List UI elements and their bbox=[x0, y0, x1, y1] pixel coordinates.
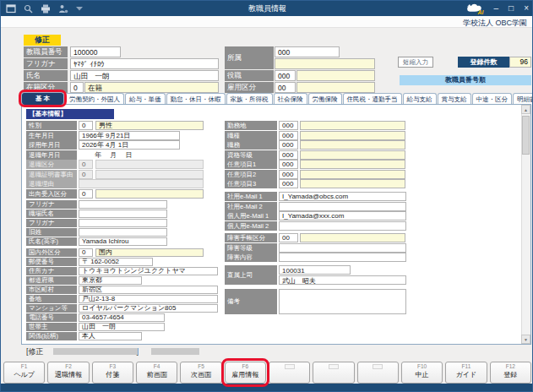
field-input[interactable]: 0 bbox=[79, 189, 93, 199]
sort-order-bar[interactable]: 教職員番号順 bbox=[400, 75, 531, 85]
scrollbar-up-button[interactable]: ▲ bbox=[521, 105, 530, 114]
field-input[interactable]: 〒 162-0052 bbox=[79, 258, 153, 266]
field-input[interactable]: 1966年 9月21日 bbox=[79, 131, 180, 140]
field-input[interactable] bbox=[300, 131, 405, 140]
tab-5[interactable]: 社会保険 bbox=[274, 93, 307, 105]
field-label: 退職理由 bbox=[26, 179, 77, 188]
field-input[interactable] bbox=[300, 179, 405, 188]
tab-bar: 基 本労働契約・外国人給与・単価勤怠・休日・休暇家族・所得税社会保険労働保険住民… bbox=[21, 91, 531, 105]
field-input[interactable]: 000 bbox=[279, 121, 298, 130]
field-input[interactable] bbox=[300, 170, 405, 179]
field-label: 社用e-Mail 2 bbox=[225, 202, 277, 211]
field-input[interactable]: 0 bbox=[79, 121, 93, 130]
field-input[interactable]: 山田 一朗 bbox=[79, 323, 165, 331]
function-key-F6[interactable]: F6雇用情報 bbox=[225, 362, 266, 384]
field-label: 関係(続柄) bbox=[26, 332, 77, 340]
field-input[interactable] bbox=[300, 233, 405, 242]
field-input[interactable] bbox=[279, 202, 406, 211]
redacted-text-block bbox=[53, 348, 138, 355]
mode-badge: 修正 bbox=[24, 35, 61, 46]
department-code-input[interactable]: 000 bbox=[275, 46, 340, 57]
supervisor-name-input[interactable]: 武山 昭夫 bbox=[279, 275, 406, 285]
field-input[interactable]: 戸山2-13-8 bbox=[79, 295, 218, 303]
field-input[interactable]: 000 bbox=[279, 160, 298, 169]
function-key-code: F10 bbox=[417, 363, 427, 370]
field-input[interactable] bbox=[79, 200, 167, 209]
shortcut-input-button[interactable]: 短縮入力 bbox=[398, 57, 433, 68]
field-input[interactable]: 000 bbox=[279, 150, 298, 160]
tab-4[interactable]: 家族・所得税 bbox=[226, 93, 273, 105]
field-input[interactable]: 東京都 bbox=[79, 276, 142, 285]
function-key-F1[interactable]: F1ヘルプ bbox=[3, 362, 45, 384]
function-key-F10[interactable]: F10中止 bbox=[401, 362, 443, 384]
scrollbar-thumb[interactable] bbox=[522, 116, 530, 155]
field-input[interactable]: 000 bbox=[279, 170, 298, 179]
department-name-input[interactable] bbox=[275, 58, 375, 69]
field-input[interactable]: Yamada Ichirou bbox=[79, 237, 167, 246]
tab-10[interactable]: 中途・区分 bbox=[472, 93, 513, 105]
position-name-input[interactable] bbox=[296, 70, 375, 81]
field-input[interactable] bbox=[300, 121, 405, 130]
tab-11[interactable]: 明細書 bbox=[513, 93, 533, 105]
field-input[interactable] bbox=[300, 160, 405, 169]
function-key-F12[interactable]: F12登録 bbox=[490, 362, 531, 384]
position-code-input[interactable]: 000 bbox=[275, 70, 296, 81]
tab-7[interactable]: 住民税・通勤手当 bbox=[343, 93, 402, 105]
function-key-F4[interactable]: F4前画面 bbox=[136, 362, 177, 384]
field-input[interactable] bbox=[79, 210, 167, 218]
function-key-F3[interactable]: F3付箋 bbox=[92, 362, 133, 384]
field-input[interactable]: 年 月 日 bbox=[79, 150, 180, 160]
tab-6[interactable]: 労働保険 bbox=[308, 93, 342, 105]
tab-1[interactable]: 労働契約・外国人 bbox=[65, 93, 124, 105]
field-label: 国内外区分 bbox=[26, 248, 77, 257]
field-input[interactable]: 000 bbox=[279, 179, 298, 188]
field-input[interactable] bbox=[279, 253, 406, 262]
field-input[interactable] bbox=[279, 221, 406, 231]
scrollbar-down-button[interactable]: ▼ bbox=[521, 335, 530, 344]
field-input[interactable]: 男性 bbox=[95, 121, 204, 130]
field-input[interactable] bbox=[279, 243, 406, 253]
tab-2[interactable]: 給与・単価 bbox=[125, 93, 166, 105]
field-input[interactable]: 国内 bbox=[95, 248, 204, 257]
staff-number-input[interactable]: 100000 bbox=[70, 46, 121, 57]
field-input[interactable] bbox=[300, 150, 405, 160]
function-key-F5[interactable]: F5次画面 bbox=[180, 362, 221, 384]
field-input[interactable]: 00 bbox=[279, 233, 298, 242]
tab-8[interactable]: 給与支給 bbox=[403, 93, 437, 105]
field-input[interactable]: 本人 bbox=[79, 332, 142, 340]
field-input[interactable]: トウキヨウトシンジユククトヤマ bbox=[79, 267, 218, 275]
field-input[interactable] bbox=[300, 140, 405, 150]
position-label: 役職 bbox=[225, 70, 274, 81]
field-input[interactable]: 000 bbox=[279, 140, 298, 150]
function-key-code: F4 bbox=[154, 363, 160, 370]
field-input[interactable]: 0 bbox=[79, 248, 93, 257]
field-input[interactable]: ロイヤルパークマンション805 bbox=[79, 304, 218, 313]
tab-0[interactable]: 基 本 bbox=[21, 92, 64, 105]
close-button[interactable]: × bbox=[524, 1, 529, 16]
minimize-button[interactable]: – bbox=[494, 1, 499, 16]
field-input[interactable]: I_Yamada@obcs.com bbox=[279, 192, 406, 201]
furigana-input[interactable]: ﾔﾏﾀﾞ ｲﾁﾛｳ bbox=[70, 58, 219, 69]
function-key-F2[interactable]: F2退職情報 bbox=[47, 362, 89, 384]
name-input[interactable]: 山田 一朗 bbox=[70, 70, 219, 81]
field-input[interactable] bbox=[79, 228, 167, 237]
field-input[interactable] bbox=[79, 219, 167, 227]
field-label: 性別 bbox=[26, 121, 77, 130]
function-key-F11[interactable]: F11ガイド bbox=[445, 362, 487, 384]
field-label: 出向受入区分 bbox=[26, 189, 77, 199]
field-input[interactable] bbox=[95, 189, 204, 199]
field-label: 任意項目3 bbox=[225, 179, 277, 188]
field-input[interactable]: 03-4657-4654 bbox=[79, 313, 165, 322]
tab-9[interactable]: 賞与支給 bbox=[438, 93, 471, 105]
field-input[interactable]: I_Yamada@xxx.com bbox=[279, 211, 406, 220]
supervisor-code-input[interactable]: 100031 bbox=[279, 265, 351, 275]
field-input[interactable]: 2026年 4月 1日 bbox=[79, 140, 180, 150]
field-input[interactable]: 新宿区 bbox=[79, 286, 218, 294]
maximize-button[interactable]: □ bbox=[509, 1, 514, 16]
field-input[interactable]: 000 bbox=[279, 131, 298, 140]
remarks-input[interactable] bbox=[279, 289, 406, 314]
tab-3[interactable]: 勤怠・休日・休暇 bbox=[166, 93, 226, 105]
field-label: 職務 bbox=[225, 140, 277, 150]
name-label: 氏名 bbox=[24, 70, 68, 81]
bottom-bar bbox=[1, 384, 533, 392]
